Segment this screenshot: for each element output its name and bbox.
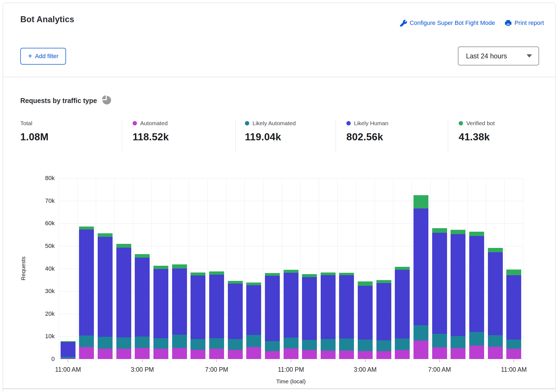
bar-segment-likely-automated[interactable] (153, 338, 168, 349)
bar-segment-verified-bot[interactable] (506, 270, 521, 275)
bar-segment-likely-automated[interactable] (172, 335, 187, 348)
bar-stack[interactable] (172, 178, 187, 359)
bar-segment-automated[interactable] (432, 347, 447, 359)
bar-segment-automated[interactable] (488, 347, 503, 359)
bar-segment-verified-bot[interactable] (246, 283, 261, 285)
bar-segment-automated[interactable] (321, 351, 336, 359)
bar-segment-likely-automated[interactable] (61, 357, 76, 358)
bar-segment-verified-bot[interactable] (376, 280, 391, 283)
bar-segment-verified-bot[interactable] (432, 228, 447, 233)
bar-segment-likely-automated[interactable] (506, 340, 521, 349)
bar-segment-likely-human[interactable] (302, 277, 317, 340)
bar-stack[interactable] (376, 178, 391, 359)
bar-stack[interactable] (339, 178, 354, 359)
bar-segment-automated[interactable] (116, 349, 131, 359)
bar-segment-likely-automated[interactable] (395, 338, 410, 350)
bar-segment-likely-human[interactable] (395, 270, 410, 338)
bar-segment-likely-automated[interactable] (432, 334, 447, 347)
bar-segment-likely-human[interactable] (284, 273, 298, 338)
bar-stack[interactable] (302, 178, 317, 359)
bar-segment-likely-human[interactable] (153, 269, 168, 338)
bar-segment-likely-human[interactable] (228, 284, 243, 339)
bar-segment-likely-automated[interactable] (469, 332, 484, 346)
bar-segment-verified-bot[interactable] (135, 254, 150, 258)
bar-segment-automated[interactable] (79, 347, 94, 359)
bar-segment-verified-bot[interactable] (488, 248, 503, 252)
bar-stack[interactable] (413, 178, 428, 359)
bar-segment-likely-automated[interactable] (265, 341, 280, 351)
bar-stack[interactable] (209, 178, 224, 359)
bar-segment-likely-human[interactable] (432, 233, 447, 334)
bar-segment-verified-bot[interactable] (191, 273, 205, 276)
bar-segment-likely-automated[interactable] (135, 337, 150, 348)
bar-segment-likely-human[interactable] (98, 237, 113, 337)
bar-segment-likely-automated[interactable] (302, 340, 317, 350)
bar-segment-verified-bot[interactable] (451, 230, 465, 234)
bar-segment-automated[interactable] (506, 349, 521, 359)
bar-stack[interactable] (98, 178, 113, 359)
bar-segment-verified-bot[interactable] (79, 227, 94, 230)
bar-stack[interactable] (79, 178, 94, 359)
bar-stack[interactable] (228, 178, 243, 359)
bar-segment-likely-human[interactable] (358, 286, 373, 340)
bar-segment-verified-bot[interactable] (284, 270, 298, 273)
bar-segment-likely-automated[interactable] (413, 325, 428, 341)
bar-segment-likely-human[interactable] (265, 276, 280, 341)
bar-stack[interactable] (246, 178, 261, 359)
bar-segment-verified-bot[interactable] (228, 281, 243, 284)
bar-segment-likely-human[interactable] (488, 252, 503, 335)
bar-segment-verified-bot[interactable] (153, 266, 168, 269)
time-range-dropdown[interactable]: Last 24 hours (458, 46, 539, 65)
bar-segment-verified-bot[interactable] (469, 232, 484, 236)
bar-stack[interactable] (153, 178, 168, 359)
bar-stack[interactable] (321, 178, 336, 359)
bar-segment-automated[interactable] (469, 346, 484, 359)
bar-segment-automated[interactable] (284, 348, 298, 359)
bar-segment-automated[interactable] (395, 350, 410, 359)
bar-segment-likely-human[interactable] (191, 275, 205, 339)
bar-segment-verified-bot[interactable] (321, 273, 336, 275)
bar-segment-likely-human[interactable] (79, 230, 94, 335)
bar-stack[interactable] (61, 178, 76, 359)
bar-stack[interactable] (191, 178, 205, 359)
bar-segment-verified-bot[interactable] (413, 195, 428, 208)
bar-stack[interactable] (432, 178, 447, 359)
bar-segment-verified-bot[interactable] (302, 274, 317, 277)
bar-segment-likely-automated[interactable] (98, 337, 113, 348)
bar-segment-likely-human[interactable] (116, 248, 131, 337)
bar-stack[interactable] (358, 178, 373, 359)
bar-segment-verified-bot[interactable] (395, 267, 410, 270)
bar-stack[interactable] (506, 178, 521, 359)
bar-segment-verified-bot[interactable] (172, 264, 187, 268)
bar-segment-verified-bot[interactable] (116, 244, 131, 248)
bar-segment-likely-automated[interactable] (284, 338, 298, 348)
bar-stack[interactable] (265, 178, 280, 359)
bar-stack[interactable] (395, 178, 410, 359)
bar-segment-verified-bot[interactable] (209, 271, 224, 275)
configure-super-bot-fight-mode-link[interactable]: Configure Super Bot Fight Mode (400, 19, 495, 26)
bar-segment-likely-human[interactable] (469, 236, 484, 332)
bar-segment-likely-human[interactable] (321, 275, 336, 339)
bar-segment-verified-bot[interactable] (265, 273, 280, 276)
bar-segment-likely-automated[interactable] (376, 340, 391, 351)
print-report-link[interactable]: Print report (505, 19, 544, 26)
bar-segment-automated[interactable] (61, 358, 76, 359)
bar-stack[interactable] (451, 178, 465, 359)
bar-segment-likely-automated[interactable] (191, 339, 205, 350)
bar-segment-likely-human[interactable] (413, 208, 428, 325)
bar-segment-automated[interactable] (451, 348, 465, 359)
bar-segment-automated[interactable] (265, 351, 280, 359)
bar-segment-likely-human[interactable] (246, 285, 261, 335)
bar-segment-automated[interactable] (191, 350, 205, 359)
bar-segment-likely-automated[interactable] (228, 339, 243, 350)
bar-stack[interactable] (284, 178, 298, 359)
bar-segment-likely-automated[interactable] (451, 336, 465, 348)
bar-segment-automated[interactable] (358, 351, 373, 359)
bar-segment-likely-human[interactable] (209, 275, 224, 338)
bar-segment-likely-automated[interactable] (209, 338, 224, 349)
bar-stack[interactable] (116, 178, 131, 359)
bar-segment-automated[interactable] (209, 349, 224, 359)
bar-segment-likely-human[interactable] (339, 275, 354, 338)
bar-segment-likely-automated[interactable] (321, 339, 336, 351)
bar-segment-automated[interactable] (98, 349, 113, 359)
